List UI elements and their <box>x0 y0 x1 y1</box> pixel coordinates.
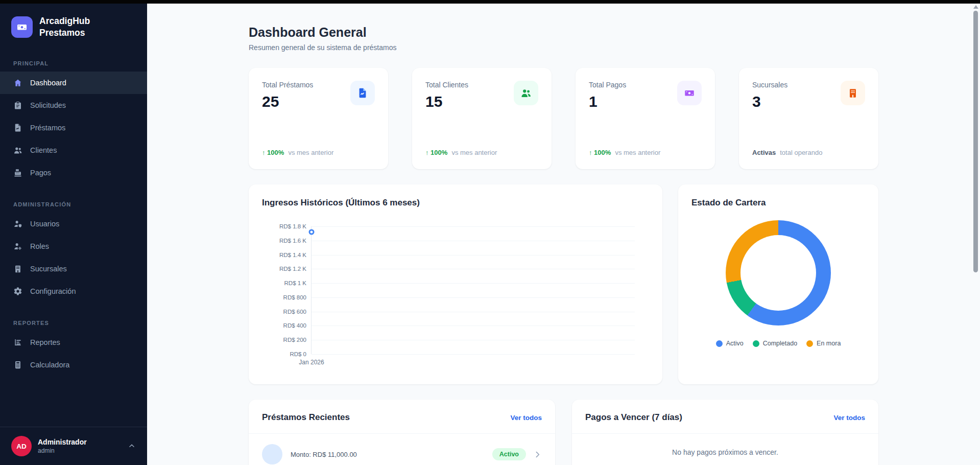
stat-label: Total Pagos <box>589 81 626 89</box>
sidebar-item-configuracion[interactable]: Configuración <box>0 280 147 303</box>
user-shield-icon <box>13 219 22 228</box>
sidebar-item-solicitudes[interactable]: Solicitudes <box>0 94 147 117</box>
nav-section-principal: PRINCIPAL <box>0 60 147 66</box>
gridline <box>312 269 635 269</box>
stat-value: 1 <box>589 93 626 110</box>
bar-chart-icon <box>13 338 22 347</box>
ver-todos-link[interactable]: Ver todos <box>833 414 865 422</box>
chart-title: Ingresos Históricos (Últimos 6 meses) <box>262 198 649 208</box>
file-icon <box>13 123 22 132</box>
trend-note: vs mes anterior <box>288 149 333 156</box>
trend-percent: ↑ 100% <box>262 149 284 156</box>
users-icon <box>13 146 22 155</box>
gridline <box>312 297 635 298</box>
sidebar-item-label: Solicitudes <box>30 101 66 109</box>
x-axis-tick-label: Jan 2026 <box>299 359 324 366</box>
y-axis-tick-label: RD$ 400 <box>283 322 306 329</box>
app-logo[interactable]: ArcadigHub Prestamos <box>0 0 147 39</box>
scroll-up-arrow-icon[interactable] <box>973 5 978 9</box>
legend-dot <box>806 340 813 347</box>
gridline <box>312 340 635 340</box>
scrollbar-thumb[interactable] <box>973 11 978 272</box>
stat-card-total-clientes: Total Clientes 15 ↑ 100% vs mes anterior <box>412 68 552 169</box>
y-axis-tick-label: RD$ 1.4 K <box>279 252 306 258</box>
prestamos-recientes-panel: Préstamos Recientes Ver todos Monto: RD$… <box>249 400 555 465</box>
home-icon <box>13 78 22 87</box>
sidebar-item-label: Clientes <box>30 146 57 154</box>
sidebar-item-calculadora[interactable]: Calculadora <box>0 354 147 376</box>
gridline <box>312 226 635 227</box>
sidebar-item-reportes[interactable]: Reportes <box>0 331 147 354</box>
sidebar-nav: PRINCIPAL Dashboard Solicitudes Préstamo… <box>0 39 147 376</box>
legend-label: Activo <box>726 340 744 347</box>
sidebar-item-usuarios[interactable]: Usuarios <box>0 213 147 235</box>
bottom-row: Préstamos Recientes Ver todos Monto: RD$… <box>249 400 878 465</box>
legend-label: En mora <box>817 340 841 347</box>
sidebar-item-dashboard[interactable]: Dashboard <box>0 72 147 94</box>
sidebar-item-label: Calculadora <box>30 361 69 369</box>
panel-title: Préstamos Recientes <box>262 412 350 423</box>
legend-item-completado: Completado <box>753 340 797 347</box>
trend-percent: ↑ 100% <box>425 149 447 156</box>
data-point-jan-2026[interactable] <box>309 229 315 235</box>
chart-title: Estado de Cartera <box>691 198 865 208</box>
branch-building-icon <box>841 81 865 105</box>
gridline <box>312 241 635 241</box>
vertical-scrollbar[interactable] <box>972 4 980 465</box>
sidebar: ArcadigHub Prestamos PRINCIPAL Dashboard… <box>0 0 147 465</box>
trend-note: vs mes anterior <box>451 149 497 156</box>
trend-note: total operando <box>780 149 822 156</box>
cash-register-icon <box>13 168 22 177</box>
loan-avatar <box>262 444 282 464</box>
ver-todos-link[interactable]: Ver todos <box>510 414 542 422</box>
trend-percent: ↑ 100% <box>589 149 611 156</box>
clients-group-icon <box>514 81 538 105</box>
gridline <box>312 283 635 284</box>
chevron-up-icon[interactable] <box>128 442 136 450</box>
sidebar-item-clientes[interactable]: Clientes <box>0 139 147 161</box>
stats-grid: Total Préstamos 25 ↑ 100% vs mes anterio… <box>249 68 878 169</box>
sidebar-item-sucursales[interactable]: Sucursales <box>0 258 147 280</box>
empty-state-text: No hay pagos próximos a vencer. <box>572 434 878 465</box>
sidebar-item-pagos[interactable]: Pagos <box>0 161 147 184</box>
panel-title: Pagos a Vencer (7 días) <box>585 412 682 423</box>
charts-row: Ingresos Históricos (Últimos 6 meses) Ja… <box>249 184 878 384</box>
y-axis-tick-label: RD$ 1.6 K <box>279 238 306 244</box>
calculator-icon <box>13 360 22 369</box>
sidebar-item-roles[interactable]: Roles <box>0 235 147 258</box>
sidebar-item-label: Préstamos <box>30 124 65 132</box>
money-bill-icon <box>677 81 702 105</box>
donut-chart[interactable] <box>726 220 831 326</box>
nav-section-administracion: ADMINISTRACIÓN <box>0 201 147 207</box>
estado-cartera-card: Estado de Cartera ActivoCompletadoEn mor… <box>678 184 878 384</box>
clipboard-icon <box>13 101 22 110</box>
sidebar-item-label: Pagos <box>30 169 51 177</box>
gear-icon <box>13 287 22 296</box>
y-axis-tick-label: RD$ 1.8 K <box>279 223 306 229</box>
line-chart-plot-area: Jan 2026 RD$ 1.8 KRD$ 1.6 KRD$ 1.4 KRD$ … <box>311 226 635 354</box>
nav-section-reportes: REPORTES <box>0 320 147 326</box>
gridline <box>312 326 635 326</box>
ingresos-historicos-card: Ingresos Históricos (Últimos 6 meses) Ja… <box>249 184 662 384</box>
loan-list-item[interactable]: Monto: RD$ 11,000.00 Activo <box>249 434 555 465</box>
y-axis-tick-label: RD$ 1.2 K <box>279 266 306 272</box>
loan-amount: Monto: RD$ 11,000.00 <box>291 451 357 458</box>
user-menu[interactable]: AD Administrador admin <box>0 427 147 465</box>
sidebar-item-label: Configuración <box>30 287 76 295</box>
sidebar-item-label: Usuarios <box>30 220 59 228</box>
chevron-right-icon[interactable] <box>533 450 542 459</box>
app-root: ArcadigHub Prestamos PRINCIPAL Dashboard… <box>0 0 980 465</box>
legend-dot <box>716 340 723 347</box>
pagos-a-vencer-panel: Pagos a Vencer (7 días) Ver todos No hay… <box>572 400 878 465</box>
sidebar-item-label: Dashboard <box>30 79 66 87</box>
donut-legend: ActivoCompletadoEn mora <box>691 340 865 347</box>
user-name: Administrador <box>38 438 87 446</box>
stat-value: 25 <box>262 93 313 110</box>
main-content: Dashboard General Resumen general de su … <box>147 0 980 465</box>
page-subtitle: Resumen general de su sistema de préstam… <box>249 43 878 52</box>
avatar: AD <box>11 436 32 456</box>
stat-label: Total Préstamos <box>262 81 313 89</box>
stat-label: Sucursales <box>752 81 787 89</box>
sidebar-item-prestamos[interactable]: Préstamos <box>0 117 147 139</box>
sidebar-item-label: Sucursales <box>30 265 67 273</box>
